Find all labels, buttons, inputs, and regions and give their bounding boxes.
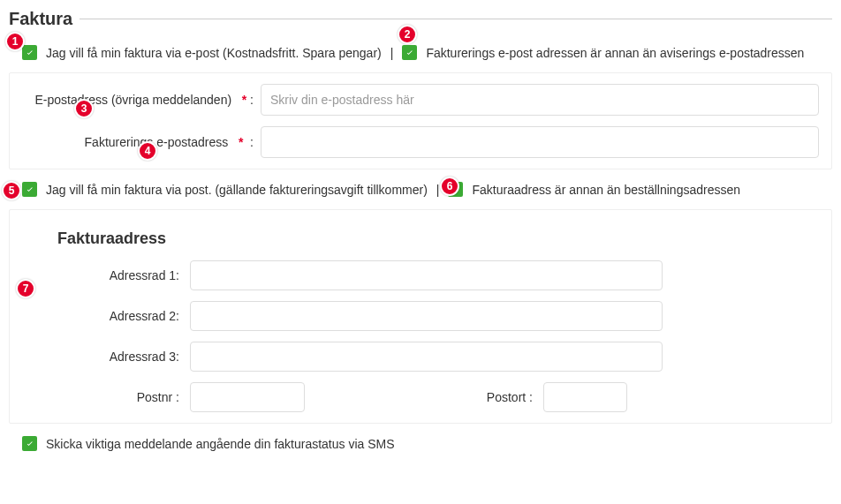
- address-row3-label: Adressrad 3:: [22, 350, 190, 364]
- email-field-row: E-postadress (övriga meddelanden) * :: [22, 84, 819, 116]
- postort-label: Postort :: [305, 390, 543, 404]
- email-invoice-checkbox[interactable]: [22, 45, 37, 60]
- address-row1-label: Adressrad 1:: [22, 268, 190, 282]
- sms-option: Skicka viktiga meddelande angående din f…: [9, 436, 832, 451]
- invoice-address-panel: Fakturaadress Adressrad 1: Adressrad 2: …: [9, 209, 832, 424]
- email-diff-label: Fakturerings e-post adressen är annan än…: [426, 46, 804, 60]
- address-row-1: Adressrad 1:: [22, 260, 819, 290]
- invoice-email-input[interactable]: [261, 126, 819, 158]
- postnr-label: Postnr :: [22, 390, 190, 404]
- check-icon: [25, 184, 35, 195]
- address-row-2: Adressrad 2:: [22, 301, 819, 331]
- email-diff-checkbox[interactable]: [402, 45, 417, 60]
- postal-row: Postnr : Postort :: [22, 382, 819, 412]
- required-marker: *: [239, 135, 243, 149]
- address-diff-checkbox[interactable]: [448, 182, 463, 197]
- email-field-label: E-postadress (övriga meddelanden): [35, 93, 232, 107]
- address-diff-label: Fakturaadress är annan än beställningsad…: [472, 183, 740, 197]
- invoice-email-options: Jag vill få min faktura via e-post (Kost…: [9, 45, 832, 60]
- email-field-label-wrap: E-postadress (övriga meddelanden) * :: [22, 93, 261, 107]
- sms-label: Skicka viktiga meddelande angående din f…: [46, 437, 395, 451]
- address-row3-input[interactable]: [190, 342, 663, 372]
- section-header: Faktura: [9, 9, 832, 29]
- address-row1-input[interactable]: [190, 260, 663, 290]
- invoice-address-title: Fakturaadress: [57, 229, 819, 248]
- colon: :: [250, 135, 254, 149]
- check-icon: [25, 439, 35, 449]
- invoice-email-field-label-wrap: Fakturerings e-postadress * :: [22, 135, 261, 149]
- invoice-email-field-label: Fakturerings e-postadress: [85, 135, 229, 149]
- email-fields-panel: E-postadress (övriga meddelanden) * : Fa…: [9, 72, 832, 169]
- colon: :: [250, 93, 254, 107]
- required-marker: *: [242, 93, 246, 107]
- email-input[interactable]: [261, 84, 819, 116]
- section-title: Faktura: [9, 9, 72, 29]
- postal-invoice-checkbox[interactable]: [22, 182, 37, 197]
- separator: |: [390, 46, 394, 60]
- sms-checkbox[interactable]: [22, 436, 37, 451]
- email-invoice-label: Jag vill få min faktura via e-post (Kost…: [46, 46, 382, 60]
- postal-invoice-label: Jag vill få min faktura via post. (gälla…: [46, 183, 428, 197]
- invoice-postal-options: Jag vill få min faktura via post. (gälla…: [9, 182, 832, 197]
- postnr-input[interactable]: [190, 382, 305, 412]
- separator: |: [436, 183, 440, 197]
- section-divider: [80, 19, 832, 19]
- postort-input[interactable]: [543, 382, 627, 412]
- check-icon: [451, 184, 461, 195]
- check-icon: [405, 48, 415, 58]
- invoice-email-field-row: Fakturerings e-postadress * :: [22, 126, 819, 158]
- address-row2-label: Adressrad 2:: [22, 309, 190, 323]
- address-row2-input[interactable]: [190, 301, 663, 331]
- address-row-3: Adressrad 3:: [22, 342, 819, 372]
- check-icon: [25, 48, 35, 58]
